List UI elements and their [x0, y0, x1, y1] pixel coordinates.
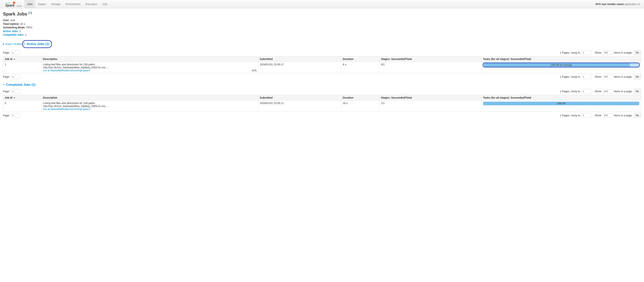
app-name-rest: application UI [624, 2, 640, 5]
cell-submitted: 2024/01/31 23:55:11 [258, 100, 341, 112]
cell-duration: 6 s [341, 62, 380, 73]
go-button[interactable]: Go [634, 89, 641, 94]
caret-down-icon: ▼ [3, 84, 5, 86]
col-job-id[interactable]: Job Id ▼ [3, 56, 42, 62]
col-duration[interactable]: Duration [341, 56, 380, 62]
active-jobs-toggle[interactable]: ▼ Active Jobs (1) [24, 42, 50, 46]
cell-tasks: 149/158 (9 running) [482, 62, 641, 73]
page-input[interactable] [11, 50, 20, 55]
table-row: 1 Listing leaf files and directories for… [3, 62, 641, 73]
brand[interactable]: APACHE Spark 3.0.3 [2, 0, 23, 8]
caret-down-icon: ▼ [24, 43, 26, 45]
completed-pager-bottom: Page: 1 Pages. Jump to . Show items in a… [3, 113, 641, 118]
cell-duration: 16 s [341, 100, 380, 112]
col-desc[interactable]: Description [41, 56, 258, 62]
help-icon[interactable]: ? [29, 11, 31, 14]
jump-input[interactable] [581, 113, 592, 118]
sort-desc-icon: ▼ [14, 97, 15, 99]
show-input[interactable] [602, 113, 613, 118]
active-jobs-table: Job Id ▼ Description Submitted Duration … [3, 56, 641, 73]
go-button[interactable]: Go [634, 50, 641, 55]
jump-input[interactable] [581, 89, 592, 94]
annotation-tasks-progress: 149/158 (9 running) [483, 63, 640, 67]
show-input[interactable] [602, 50, 613, 55]
cell-job-id: 1 [3, 62, 42, 73]
jump-input[interactable] [581, 50, 592, 55]
page-input[interactable] [11, 89, 20, 94]
completed-jobs-toggle[interactable]: ▼ Completed Jobs (1) [3, 83, 36, 87]
show-input[interactable] [602, 75, 613, 79]
col-stages[interactable]: Stages: Succeeded/Total [380, 95, 482, 100]
svg-text:Spark: Spark [5, 3, 15, 7]
go-button[interactable]: Go [634, 74, 641, 79]
nav-tab-executors[interactable]: Executors [83, 0, 100, 8]
table-row: 0 Listing leaf files and directories for… [3, 100, 641, 112]
col-stages[interactable]: Stages: Succeeded/Total [380, 56, 482, 62]
completed-pager-top: Page: 1 Pages. Jump to . Show items in a… [3, 89, 641, 94]
col-tasks[interactable]: Tasks (for all stages): Succeeded/Total [482, 95, 641, 100]
col-tasks[interactable]: Tasks (for all stages): Succeeded/Total [482, 56, 641, 62]
spark-logo-icon: APACHE Spark [5, 1, 16, 7]
page-input[interactable] [11, 113, 20, 118]
summary-list: User: root Total Uptime: 32 s Scheduling… [3, 18, 641, 37]
annotation-active-jobs: ▼ Active Jobs (1) [22, 40, 52, 48]
go-button[interactable]: Go [634, 113, 641, 118]
app-name: NYC taxi vendor count application UI [592, 2, 644, 5]
nav-tab-sql[interactable]: SQL [100, 0, 110, 8]
nav-tab-stages[interactable]: Stages [35, 0, 49, 8]
caret-right-icon: ▶ [3, 43, 4, 45]
active-pager-top: Page: 1 Pages. Jump to . Show items in a… [3, 50, 641, 55]
cell-desc: Listing leaf files and directories for 1… [41, 100, 258, 112]
col-desc[interactable]: Description [41, 95, 258, 100]
cell-tasks: 158/158 [482, 100, 641, 112]
tasks-progress-bar: 149/158 (9 running) [484, 63, 639, 67]
nav-tab-storage[interactable]: Storage [49, 0, 63, 8]
nav-tab-jobs[interactable]: Jobs [24, 0, 35, 8]
cell-desc: Listing leaf files and directories for 1… [41, 62, 258, 73]
page-title: Spark Jobs (?) [3, 11, 641, 17]
col-submitted[interactable]: Submitted [258, 56, 341, 62]
col-duration[interactable]: Duration [341, 95, 380, 100]
completed-jobs-table: Job Id ▼ Description Submitted Duration … [3, 95, 641, 112]
cell-stages: 1/1 [380, 100, 482, 112]
nav-tab-environment[interactable]: Environment [63, 0, 83, 8]
summary-active-link[interactable]: Active Jobs: [3, 30, 18, 33]
jump-input[interactable] [581, 75, 592, 79]
page-input[interactable] [11, 75, 20, 79]
job-desc-link[interactable]: csv at NativeMethodAccessorImpl.java:0 [43, 69, 90, 72]
cell-stages: 0/1 [380, 62, 482, 73]
cell-job-id: 0 [3, 100, 42, 112]
col-submitted[interactable]: Submitted [258, 95, 341, 100]
show-input[interactable] [602, 89, 613, 94]
event-timeline-toggle[interactable]: ▶ Event Timeline [3, 43, 23, 46]
kill-link[interactable]: (kill) [252, 69, 257, 72]
tasks-progress-bar: 158/158 [483, 102, 639, 105]
app-name-bold: NYC taxi vendor count [596, 2, 624, 5]
col-job-id[interactable]: Job Id ▼ [3, 95, 42, 100]
active-pager-bottom: Page: 1 Pages. Jump to . Show items in a… [3, 74, 641, 79]
job-desc-link[interactable]: csv at NativeMethodAccessorImpl.java:0 [43, 108, 90, 111]
cell-submitted: 2024/01/31 23:55:27 [258, 62, 341, 73]
nav-tabs: Jobs Stages Storage Environment Executor… [24, 0, 110, 8]
brand-version: 3.0.3 [17, 5, 21, 8]
navbar: APACHE Spark 3.0.3 Jobs Stages Storage E… [0, 0, 644, 8]
sort-desc-icon: ▼ [14, 58, 15, 60]
summary-completed-link[interactable]: Completed Jobs: [3, 33, 24, 36]
